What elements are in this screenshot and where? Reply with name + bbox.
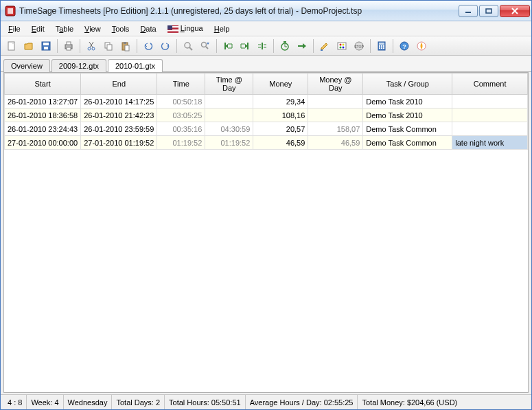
cell-end[interactable]: 27-01-2010 01:19:52 — [81, 136, 157, 150]
svg-rect-53 — [383, 45, 384, 47]
col-timeday[interactable]: Time @ Day — [205, 73, 253, 95]
cell-start[interactable]: 26-01-2010 18:36:58 — [5, 109, 81, 122]
menu-table[interactable]: Table — [51, 23, 78, 34]
col-start[interactable]: Start — [5, 73, 81, 95]
window-title: TimeSage Timesheets [Pro Edition] 2.1.1 … — [19, 6, 459, 16]
tab-2009-12[interactable]: 2009-12.gtx — [51, 59, 106, 72]
print-icon[interactable] — [60, 38, 77, 54]
cell-moneyday[interactable] — [308, 109, 363, 122]
svg-text:?: ? — [402, 43, 406, 50]
cell-comment[interactable] — [452, 109, 528, 122]
cell-moneyday[interactable]: 158,07 — [308, 122, 363, 136]
col-task[interactable]: Task / Group — [363, 73, 452, 95]
cell-comment[interactable] — [452, 95, 528, 109]
undo-icon[interactable] — [140, 38, 157, 54]
col-time[interactable]: Time — [157, 73, 205, 95]
insert-left-icon[interactable] — [220, 38, 236, 54]
paste-icon[interactable] — [117, 38, 134, 54]
svg-point-31 — [202, 42, 207, 47]
save-icon[interactable] — [38, 38, 54, 54]
cell-moneyday[interactable] — [308, 95, 363, 109]
close-button[interactable] — [500, 5, 530, 17]
new-icon[interactable] — [3, 38, 20, 54]
help-icon[interactable]: ? — [396, 38, 413, 54]
cell-money[interactable]: 108,16 — [253, 109, 308, 122]
tab-2010-01[interactable]: 2010-01.gtx — [108, 59, 163, 72]
svg-point-29 — [185, 43, 190, 48]
table-row[interactable]: 26-01-2010 23:24:4326-01-2010 23:59:5900… — [5, 122, 528, 136]
menu-tools[interactable]: Tools — [107, 23, 135, 34]
cell-task[interactable]: Demo Task Common — [363, 122, 452, 136]
task-icon[interactable] — [334, 38, 350, 54]
cell-time[interactable]: 03:05:25 — [157, 109, 205, 122]
col-moneyday[interactable]: Money @ Day — [308, 73, 363, 95]
cell-start[interactable]: 26-01-2010 23:24:43 — [5, 122, 81, 136]
cell-timeday[interactable]: 01:19:52 — [205, 136, 253, 150]
cell-timeday[interactable] — [205, 95, 253, 109]
col-money[interactable]: Money — [253, 73, 308, 95]
goto-icon[interactable] — [294, 38, 310, 54]
cell-end[interactable]: 26-01-2010 23:59:59 — [81, 122, 157, 136]
copy-icon[interactable] — [100, 38, 117, 54]
titlebar[interactable]: TimeSage Timesheets [Pro Edition] 2.1.1 … — [1, 1, 531, 21]
menu-help[interactable]: Help — [209, 23, 235, 34]
cell-money[interactable]: 20,57 — [253, 122, 308, 136]
cell-timeday[interactable] — [205, 109, 253, 122]
cell-timeday[interactable]: 04:30:59 — [205, 122, 253, 136]
insert-right-icon[interactable] — [237, 38, 253, 54]
cell-comment[interactable]: late night work — [452, 136, 528, 150]
col-end[interactable]: End — [81, 73, 157, 95]
cell-moneyday[interactable]: 46,59 — [308, 136, 363, 150]
cell-time[interactable]: 01:19:52 — [157, 136, 205, 150]
cell-time[interactable]: 00:50:18 — [157, 95, 205, 109]
svg-point-22 — [88, 47, 91, 50]
delete-row-icon[interactable] — [254, 38, 270, 54]
cell-start[interactable]: 27-01-2010 00:00:00 — [5, 136, 81, 150]
table-row[interactable]: 26-01-2010 18:36:5826-01-2010 21:42:2303… — [5, 109, 528, 122]
col-comment[interactable]: Comment — [452, 73, 528, 95]
cell-money[interactable]: 46,59 — [253, 136, 308, 150]
svg-rect-27 — [124, 42, 126, 44]
table-row[interactable]: 26-01-2010 13:27:0726-01-2010 14:17:2500… — [5, 95, 528, 109]
home-icon[interactable] — [413, 38, 430, 54]
cell-end[interactable]: 26-01-2010 21:42:23 — [81, 109, 157, 122]
cell-task[interactable]: Demo Task 2010 — [363, 109, 452, 122]
cell-task[interactable]: Demo Task Common — [363, 136, 452, 150]
cell-task[interactable]: Demo Task 2010 — [363, 95, 452, 109]
menu-view[interactable]: View — [80, 23, 106, 34]
svg-rect-54 — [379, 47, 380, 49]
status-avghours: Average Hours / Day: 02:55:25 — [246, 395, 358, 409]
svg-point-46 — [343, 46, 345, 48]
menu-edit[interactable]: Edit — [27, 23, 49, 34]
timer-start-icon[interactable] — [277, 38, 293, 54]
minimize-button[interactable] — [459, 5, 478, 17]
cell-start[interactable]: 26-01-2010 13:27:07 — [5, 95, 81, 109]
cut-icon[interactable] — [83, 38, 100, 54]
tabbar: Overview 2009-12.gtx 2010-01.gtx — [1, 56, 531, 72]
calculator-icon[interactable] — [373, 38, 390, 54]
find-icon[interactable] — [180, 38, 196, 54]
tab-overview[interactable]: Overview — [3, 59, 50, 72]
svg-rect-52 — [381, 45, 382, 47]
cell-time[interactable]: 00:35:16 — [157, 122, 205, 136]
svg-rect-28 — [125, 45, 129, 51]
redo-icon[interactable] — [157, 38, 174, 54]
svg-rect-3 — [486, 9, 491, 13]
cell-end[interactable]: 26-01-2010 14:17:25 — [81, 95, 157, 109]
grid-area[interactable]: Start End Time Time @ Day Money Money @ … — [3, 72, 529, 393]
open-icon[interactable] — [21, 38, 37, 54]
cell-comment[interactable] — [452, 122, 528, 136]
find-next-icon[interactable] — [197, 38, 213, 54]
status-totalhours: Total Hours: 05:50:51 — [165, 395, 246, 409]
menu-data[interactable]: Data — [135, 23, 161, 34]
table-row[interactable]: 27-01-2010 00:00:0027-01-2010 01:19:5201… — [5, 136, 528, 150]
menu-lingua[interactable]: Lingua — [163, 23, 208, 34]
cell-money[interactable]: 29,34 — [253, 95, 308, 109]
stop-icon[interactable]: STOP — [351, 38, 367, 54]
maximize-button[interactable] — [479, 5, 498, 17]
svg-point-45 — [340, 46, 342, 48]
menu-file[interactable]: File — [3, 23, 25, 34]
svg-rect-25 — [107, 45, 112, 50]
app-window: TimeSage Timesheets [Pro Edition] 2.1.1 … — [0, 0, 532, 410]
edit-icon[interactable] — [316, 38, 333, 54]
